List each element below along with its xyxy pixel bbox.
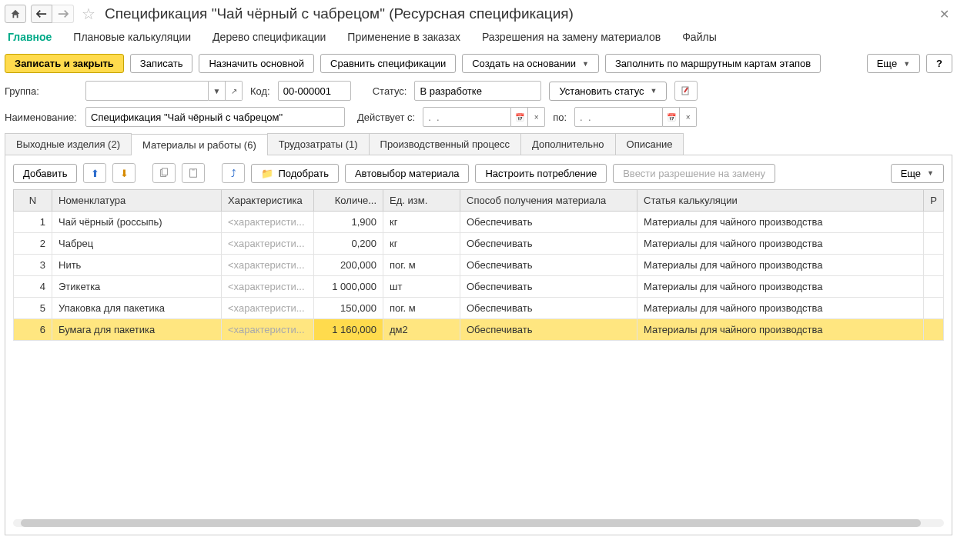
subtab-process[interactable]: Производственный процесс <box>369 133 521 155</box>
cell-characteristic: <характеристи... <box>222 233 314 255</box>
group-dropdown-button[interactable]: ▼ <box>209 81 226 101</box>
panel-more-button[interactable]: Еще ▼ <box>891 164 944 183</box>
save-and-close-button[interactable]: Записать и закрыть <box>5 54 124 73</box>
copy-button[interactable] <box>152 163 176 183</box>
name-label: Наименование: <box>5 112 78 123</box>
horizontal-scrollbar[interactable] <box>13 519 944 527</box>
svg-rect-2 <box>162 168 168 175</box>
nav-forward-button[interactable] <box>52 5 74 23</box>
code-input[interactable] <box>278 81 351 101</box>
page-title: Спецификация "Чай чёрный с чабрецом" (Ре… <box>105 5 574 22</box>
fill-by-route-cards-button[interactable]: Заполнить по маршрутным картам этапов <box>605 54 821 73</box>
col-method[interactable]: Способ получения материала <box>460 190 637 212</box>
set-status-button[interactable]: Установить статус ▼ <box>549 82 667 101</box>
tab-spec-tree[interactable]: Дерево спецификации <box>212 31 326 43</box>
cell-n: 3 <box>14 255 52 276</box>
subtab-extra[interactable]: Дополнительно <box>520 133 616 155</box>
cell-method: Обеспечивать <box>460 319 637 341</box>
col-nomenclature[interactable]: Номенклатура <box>52 190 222 212</box>
col-unit[interactable]: Ед. изм. <box>383 190 460 212</box>
date-to-input[interactable] <box>574 107 663 127</box>
set-main-button[interactable]: Назначить основной <box>199 54 314 73</box>
cell-characteristic: <характеристи... <box>222 319 314 341</box>
cell-unit: шт <box>383 276 460 298</box>
cell-nomenclature: Нить <box>52 255 222 276</box>
nav-back-button[interactable] <box>31 5 52 23</box>
cell-n: 4 <box>14 276 52 298</box>
save-button[interactable]: Записать <box>130 54 193 73</box>
status-input[interactable] <box>414 81 541 101</box>
more-button[interactable]: Еще ▼ <box>867 54 920 73</box>
status-action-icon[interactable] <box>674 81 698 101</box>
tab-material-permissions[interactable]: Разрешения на замену материалов <box>482 31 661 43</box>
cell-quantity: 0,200 <box>314 233 383 255</box>
subtab-materials-works[interactable]: Материалы и работы (6) <box>131 134 268 155</box>
subtab-output-products[interactable]: Выходные изделия (2) <box>5 133 132 155</box>
dropdown-caret-icon: ▼ <box>651 87 658 95</box>
more-label: Еще <box>877 58 897 69</box>
folder-icon: 📁 <box>261 168 273 179</box>
to-label: по: <box>553 112 567 123</box>
cell-last <box>924 298 944 319</box>
group-label: Группа: <box>5 85 78 97</box>
home-button[interactable] <box>5 5 26 23</box>
move-up-button[interactable]: ⬆ <box>83 163 106 183</box>
col-characteristic[interactable]: Характеристика <box>222 190 314 212</box>
table-row[interactable]: 2Чабрец<характеристи...0,200кгОбеспечива… <box>14 233 944 255</box>
cell-article: Материалы для чайного производства <box>637 233 924 255</box>
favorite-star-icon[interactable]: ☆ <box>79 5 99 23</box>
cell-method: Обеспечивать <box>460 276 637 298</box>
cell-quantity: 200,000 <box>314 255 383 276</box>
table-row[interactable]: 1Чай чёрный (россыпь)<характеристи...1,9… <box>14 212 944 233</box>
col-quantity[interactable]: Количе... <box>314 190 383 212</box>
cell-quantity: 1,900 <box>314 212 383 233</box>
group-input[interactable] <box>85 81 209 101</box>
cell-characteristic: <характеристи... <box>222 255 314 276</box>
col-article[interactable]: Статья калькуляции <box>637 190 924 212</box>
close-button[interactable]: ✕ <box>936 7 952 22</box>
subtab-description[interactable]: Описание <box>615 133 684 155</box>
cell-characteristic: <характеристи... <box>222 276 314 298</box>
cell-method: Обеспечивать <box>460 298 637 319</box>
share-button[interactable]: ⤴ <box>222 163 245 183</box>
scrollbar-thumb[interactable] <box>21 519 921 527</box>
create-based-on-button[interactable]: Создать на основании ▼ <box>462 54 599 73</box>
group-open-button[interactable]: ↗ <box>226 81 243 101</box>
tab-files[interactable]: Файлы <box>682 31 716 43</box>
clear-to-button[interactable]: × <box>680 107 697 127</box>
cell-quantity: 1 160,000 <box>314 319 383 341</box>
col-last[interactable]: Р <box>924 190 944 212</box>
cell-last <box>924 255 944 276</box>
subtab-labor[interactable]: Трудозатраты (1) <box>267 133 370 155</box>
cell-last <box>924 233 944 255</box>
compare-specs-button[interactable]: Сравнить спецификации <box>320 54 456 73</box>
col-n[interactable]: N <box>14 190 52 212</box>
calendar-from-icon[interactable]: 📅 <box>511 107 528 127</box>
table-row[interactable]: 4Этикетка<характеристи...1 000,000штОбес… <box>14 276 944 298</box>
cell-unit: пог. м <box>383 255 460 276</box>
name-input[interactable] <box>85 107 345 127</box>
date-from-input[interactable] <box>423 107 511 127</box>
cell-article: Материалы для чайного производства <box>637 298 924 319</box>
cell-article: Материалы для чайного производства <box>637 255 924 276</box>
calendar-to-icon[interactable]: 📅 <box>663 107 680 127</box>
table-row[interactable]: 3Нить<характеристи...200,000пог. мОбеспе… <box>14 255 944 276</box>
enter-replacement-permission-button[interactable]: Ввести разрешение на замену <box>613 164 775 183</box>
tab-plan-calc[interactable]: Плановые калькуляции <box>73 31 191 43</box>
clear-from-button[interactable]: × <box>528 107 545 127</box>
configure-consumption-button[interactable]: Настроить потребление <box>475 164 607 183</box>
table-row[interactable]: 6Бумага для пакетика<характеристи...1 16… <box>14 319 944 341</box>
cell-nomenclature: Бумага для пакетика <box>52 319 222 341</box>
paste-button[interactable] <box>182 163 205 183</box>
pick-button[interactable]: 📁 Подобрать <box>251 164 338 183</box>
tab-orders-usage[interactable]: Применение в заказах <box>347 31 460 43</box>
table-row[interactable]: 5Упаковка для пакетика<характеристи...15… <box>14 298 944 319</box>
move-down-button[interactable]: ⬇ <box>112 163 136 183</box>
add-row-button[interactable]: Добавить <box>13 164 77 183</box>
help-button[interactable]: ? <box>926 54 952 73</box>
tab-main[interactable]: Главное <box>8 31 52 43</box>
set-status-label: Установить статус <box>559 85 644 97</box>
auto-select-material-button[interactable]: Автовыбор материала <box>345 164 470 183</box>
top-nav-tabs: Главное Плановые калькуляции Дерево спец… <box>8 31 949 43</box>
create-based-on-label: Создать на основании <box>472 58 576 69</box>
